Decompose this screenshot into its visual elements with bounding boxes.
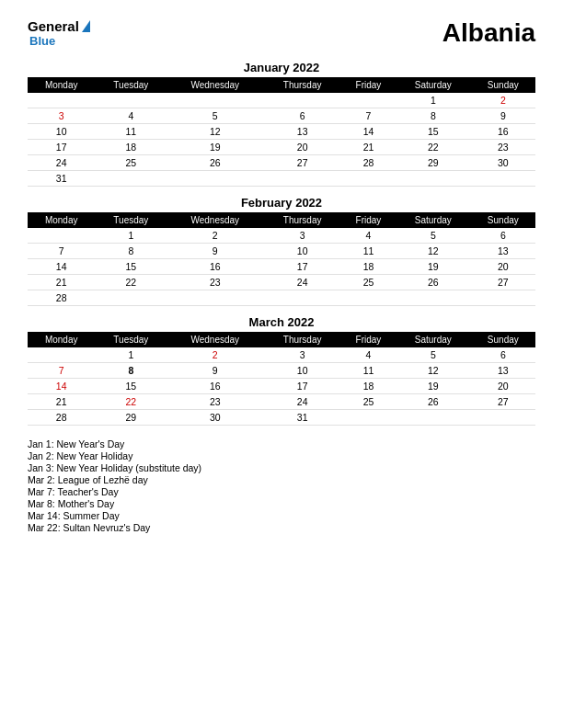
day-cell bbox=[95, 290, 167, 306]
day-cell: 9 bbox=[167, 363, 263, 379]
day-cell: 28 bbox=[28, 410, 95, 426]
holiday-item: Mar 8: Mother's Day bbox=[28, 498, 535, 509]
day-cell: 10 bbox=[263, 363, 341, 379]
logo-line-1: General bbox=[28, 18, 90, 34]
day-cell: 2 bbox=[167, 347, 263, 363]
day-cell: 24 bbox=[263, 394, 341, 410]
week-row: 24252627282930 bbox=[28, 155, 535, 171]
day-cell: 27 bbox=[471, 275, 535, 290]
day-cell: 3 bbox=[28, 108, 95, 124]
day-header: Friday bbox=[341, 332, 396, 347]
day-cell bbox=[95, 171, 167, 187]
day-cell: 10 bbox=[28, 124, 95, 140]
week-row: 17181920212223 bbox=[28, 140, 535, 155]
day-cell: 24 bbox=[263, 275, 341, 290]
day-header: Saturday bbox=[396, 212, 471, 228]
day-cell bbox=[28, 347, 95, 363]
day-header: Monday bbox=[28, 212, 95, 228]
day-cell bbox=[396, 290, 471, 306]
day-cell bbox=[28, 228, 95, 244]
week-row: 10111213141516 bbox=[28, 124, 535, 140]
day-cell: 19 bbox=[167, 140, 263, 155]
day-cell: 12 bbox=[396, 363, 471, 379]
logo-general-text: General bbox=[28, 18, 79, 34]
day-cell: 5 bbox=[396, 228, 471, 244]
holiday-item: Jan 3: New Year Holiday (substitute day) bbox=[28, 462, 535, 473]
day-cell: 20 bbox=[471, 259, 535, 275]
day-cell: 7 bbox=[28, 244, 95, 259]
month-1: January 2022MondayTuesdayWednesdayThursd… bbox=[28, 61, 535, 187]
day-header: Wednesday bbox=[167, 77, 263, 93]
week-row: 3456789 bbox=[28, 108, 535, 124]
day-cell: 8 bbox=[396, 108, 471, 124]
day-cell: 1 bbox=[95, 228, 167, 244]
day-header: Friday bbox=[341, 77, 396, 93]
day-header: Monday bbox=[28, 332, 95, 347]
day-cell: 26 bbox=[167, 155, 263, 171]
day-cell: 16 bbox=[167, 259, 263, 275]
day-cell bbox=[167, 93, 263, 108]
day-cell: 14 bbox=[341, 124, 396, 140]
day-cell bbox=[341, 410, 396, 426]
day-cell: 4 bbox=[341, 228, 396, 244]
day-cell: 6 bbox=[471, 228, 535, 244]
day-cell: 9 bbox=[471, 108, 535, 124]
day-cell: 16 bbox=[167, 379, 263, 394]
day-header: Thursday bbox=[263, 332, 341, 347]
day-header: Monday bbox=[28, 77, 95, 93]
day-cell: 4 bbox=[95, 108, 167, 124]
day-cell: 7 bbox=[341, 108, 396, 124]
day-cell bbox=[341, 93, 396, 108]
day-cell bbox=[263, 290, 341, 306]
calendars-container: January 2022MondayTuesdayWednesdayThursd… bbox=[28, 61, 535, 426]
day-cell: 19 bbox=[396, 259, 471, 275]
day-cell bbox=[263, 93, 341, 108]
day-cell: 8 bbox=[95, 363, 167, 379]
header: General Blue Albania bbox=[28, 18, 535, 48]
day-cell bbox=[341, 171, 396, 187]
logo-line-2: Blue bbox=[28, 34, 55, 48]
month-title-3: March 2022 bbox=[28, 315, 535, 329]
day-cell: 8 bbox=[95, 244, 167, 259]
day-cell: 22 bbox=[95, 275, 167, 290]
day-header: Thursday bbox=[263, 212, 341, 228]
day-cell: 21 bbox=[28, 275, 95, 290]
day-cell: 28 bbox=[28, 290, 95, 306]
day-cell: 23 bbox=[167, 275, 263, 290]
week-row: 21222324252627 bbox=[28, 275, 535, 290]
day-cell: 3 bbox=[263, 347, 341, 363]
page: General Blue Albania January 2022MondayT… bbox=[0, 0, 563, 728]
day-header: Thursday bbox=[263, 77, 341, 93]
day-cell: 29 bbox=[396, 155, 471, 171]
day-cell: 21 bbox=[28, 394, 95, 410]
day-cell: 7 bbox=[28, 363, 95, 379]
day-cell: 13 bbox=[471, 363, 535, 379]
day-cell bbox=[396, 171, 471, 187]
day-cell: 12 bbox=[396, 244, 471, 259]
month-title-1: January 2022 bbox=[28, 61, 535, 74]
day-cell: 4 bbox=[341, 347, 396, 363]
month-title-2: February 2022 bbox=[28, 196, 535, 210]
day-cell: 19 bbox=[396, 379, 471, 394]
day-cell: 16 bbox=[471, 124, 535, 140]
day-cell: 30 bbox=[167, 410, 263, 426]
day-cell: 15 bbox=[396, 124, 471, 140]
week-row: 28293031 bbox=[28, 410, 535, 426]
day-cell: 25 bbox=[341, 394, 396, 410]
day-cell: 13 bbox=[471, 244, 535, 259]
day-cell: 27 bbox=[471, 394, 535, 410]
country-title: Albania bbox=[442, 18, 535, 48]
day-cell: 20 bbox=[471, 379, 535, 394]
day-cell: 15 bbox=[95, 379, 167, 394]
day-cell: 17 bbox=[28, 140, 95, 155]
day-cell: 11 bbox=[341, 244, 396, 259]
week-row: 78910111213 bbox=[28, 363, 535, 379]
day-header: Tuesday bbox=[95, 77, 167, 93]
day-header: Sunday bbox=[471, 77, 535, 93]
holiday-item: Mar 7: Teacher's Day bbox=[28, 486, 535, 497]
day-cell: 2 bbox=[167, 228, 263, 244]
month-table-2: MondayTuesdayWednesdayThursdayFridaySatu… bbox=[28, 212, 535, 306]
day-cell: 24 bbox=[28, 155, 95, 171]
logo: General Blue bbox=[28, 18, 90, 48]
day-cell bbox=[396, 410, 471, 426]
